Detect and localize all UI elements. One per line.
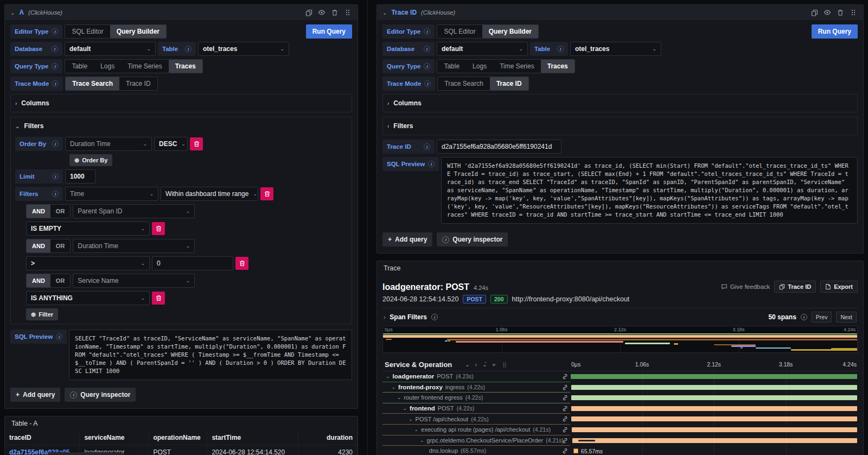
add-filter-button[interactable]: ⊕Filter <box>26 308 58 320</box>
and-option[interactable]: AND <box>27 239 50 252</box>
condition-value-input[interactable]: 0 <box>152 256 233 270</box>
eye-icon[interactable] <box>317 8 326 17</box>
remove-condition-button[interactable] <box>235 257 248 270</box>
condition-field-select[interactable]: Service Name⌄ <box>73 274 195 288</box>
duplicate-icon[interactable] <box>810 8 819 17</box>
sql-editor-option[interactable]: SQL Editor <box>437 25 482 38</box>
col-header-operationname[interactable]: operationName <box>149 431 207 445</box>
span-link-icon[interactable] <box>561 384 569 391</box>
span-chevron-icon[interactable]: ⌄ <box>414 427 419 432</box>
column-resize-handle[interactable]: | | <box>503 362 506 368</box>
trace-minimap[interactable]: 0μs 1.06s 2.12s 3.18s 4.24s <box>382 326 858 353</box>
run-query-button[interactable]: Run Query <box>812 24 858 39</box>
query-type-timeseries[interactable]: Time Series <box>121 60 169 73</box>
condition-field-select[interactable]: Parent Span ID⌄ <box>73 204 195 218</box>
or-option[interactable]: OR <box>50 239 71 252</box>
condition-op-select[interactable]: IS ANYTHING⌄ <box>26 291 150 305</box>
filter-time-range-select[interactable]: Within dashboard time range⌄ <box>161 187 258 201</box>
query-type-traces[interactable]: Traces <box>169 60 202 73</box>
span-row[interactable]: ⌄grpc.oteldemo.CheckoutService/PlaceOrde… <box>382 435 858 446</box>
remove-order-by-button[interactable] <box>190 137 203 150</box>
drag-handle-icon[interactable] <box>343 8 352 17</box>
span-chevron-icon[interactable]: ⌄ <box>397 395 401 400</box>
span-gantt-bar[interactable] <box>571 395 857 400</box>
query-builder-option[interactable]: Query Builder <box>482 25 538 38</box>
span-link-icon[interactable] <box>561 415 569 422</box>
export-button[interactable]: Export <box>820 281 858 293</box>
query-type-logs[interactable]: Logs <box>94 60 121 73</box>
query-builder-option[interactable]: Query Builder <box>110 25 166 38</box>
condition-op-select[interactable]: IS EMPTY⌄ <box>26 222 150 236</box>
condition-field-select[interactable]: Duration Time⌄ <box>73 239 195 253</box>
expand-all-icon[interactable]: » <box>492 362 495 368</box>
trace-mode-search[interactable]: Trace Search <box>438 77 490 90</box>
filters-section-header[interactable]: ›Filters <box>387 121 853 131</box>
columns-section-header[interactable]: ›Columns <box>387 98 853 109</box>
col-header-servicename[interactable]: serviceName <box>80 431 149 445</box>
query-type-timeseries[interactable]: Time Series <box>493 60 541 73</box>
or-option[interactable]: OR <box>50 205 71 218</box>
table-select[interactable]: otel_traces⌄ <box>198 42 289 56</box>
drag-handle-icon[interactable] <box>849 8 858 17</box>
remove-filter-button[interactable] <box>260 187 273 200</box>
database-select[interactable]: default⌄ <box>65 42 156 56</box>
run-query-button[interactable]: Run Query <box>306 24 352 39</box>
trace-id-input[interactable]: d2a7155ef6a928a05680e5ff6190241d <box>437 140 561 154</box>
collapse-chevron-icon[interactable]: ⌄ <box>10 10 15 16</box>
trace-mode-search[interactable]: Trace Search <box>66 77 119 90</box>
query-type-logs[interactable]: Logs <box>466 60 493 73</box>
add-order-by-button[interactable]: ⊕Order By <box>69 154 112 166</box>
span-link-icon[interactable] <box>561 447 569 454</box>
columns-section-header[interactable]: ›Columns <box>15 98 347 109</box>
give-feedback-link[interactable]: Give feedback <box>721 283 770 290</box>
col-header-duration[interactable]: duration <box>298 431 358 445</box>
query-type-traces[interactable]: Traces <box>541 60 575 73</box>
add-query-button[interactable]: +Add query <box>10 388 60 402</box>
next-button[interactable]: Next <box>836 312 857 323</box>
sql-editor-option[interactable]: SQL Editor <box>65 25 110 38</box>
order-by-field-select[interactable]: Duration Time⌄ <box>65 137 152 151</box>
span-row[interactable]: ⌄frontend-proxyingress(4.22s) <box>382 382 858 393</box>
span-row[interactable]: ⌄router frontend egress(4.22s) <box>382 393 858 403</box>
add-query-button[interactable]: +Add query <box>382 232 432 247</box>
eye-icon[interactable] <box>823 8 832 17</box>
filter-time-select[interactable]: Time⌄ <box>65 187 158 201</box>
query-type-table[interactable]: Table <box>437 60 466 73</box>
database-select[interactable]: default⌄ <box>437 42 528 56</box>
prev-button[interactable]: Prev <box>812 312 832 323</box>
span-gantt-bar[interactable] <box>572 438 857 443</box>
table-select[interactable]: otel_traces⌄ <box>570 42 661 56</box>
span-filters-label[interactable]: Span Filters <box>390 313 427 321</box>
span-row[interactable]: ⌄executing api route (pages) /api/checko… <box>382 425 858 435</box>
query-inspector-button[interactable]: iQuery inspector <box>65 388 136 402</box>
span-row[interactable]: ⌄POST /api/checkout(4.22s) <box>382 414 858 425</box>
span-chevron-icon[interactable]: ⌄ <box>409 416 413 422</box>
col-header-starttime[interactable]: startTime <box>207 431 298 445</box>
span-link-icon[interactable] <box>561 405 569 412</box>
delete-icon[interactable] <box>836 8 845 17</box>
span-row[interactable]: ⌄frontendPOST(4.22s) <box>382 403 858 414</box>
span-gantt-bar[interactable] <box>571 416 857 421</box>
collapse-all-icon[interactable]: ⌄̈ <box>482 362 487 368</box>
condition-op-select[interactable]: >⌄ <box>26 256 150 270</box>
or-option[interactable]: OR <box>50 274 71 287</box>
trace-mode-id[interactable]: Trace ID <box>119 77 157 90</box>
span-link-icon[interactable] <box>561 426 569 433</box>
query-inspector-button[interactable]: iQuery inspector <box>437 232 508 247</box>
span-gantt-bar[interactable] <box>571 374 857 379</box>
delete-icon[interactable] <box>330 8 339 17</box>
collapse-chevron-icon[interactable]: ⌄ <box>382 10 387 16</box>
span-row[interactable]: ⌄loadgeneratorPOST(4.23s) <box>382 371 858 382</box>
span-chevron-icon[interactable]: ⌄ <box>403 406 407 411</box>
span-row[interactable]: dns.lookup(65.57ms)65.57ms <box>382 446 858 455</box>
span-gantt-bar[interactable] <box>571 406 857 411</box>
trace-id-button[interactable]: Trace ID <box>774 281 816 293</box>
filters-section-header[interactable]: ⌄Filters <box>15 121 347 131</box>
span-filters-chevron-icon[interactable]: › <box>384 314 385 320</box>
collapse-one-icon[interactable]: ⌄ <box>465 362 469 368</box>
query-type-table[interactable]: Table <box>65 60 94 73</box>
span-gantt-bar[interactable] <box>572 427 857 432</box>
limit-input[interactable]: 1000 <box>65 169 95 184</box>
and-option[interactable]: AND <box>27 205 50 218</box>
span-link-icon[interactable] <box>561 437 569 444</box>
